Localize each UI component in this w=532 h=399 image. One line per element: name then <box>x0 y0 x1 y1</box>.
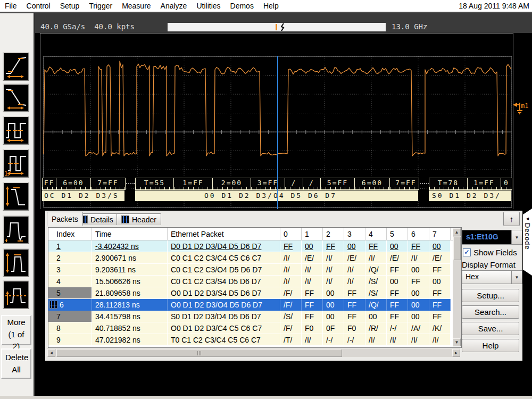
byte-cell-5[interactable]: FF <box>387 287 408 299</box>
byte-cell-4[interactable]: /S/ <box>365 287 387 299</box>
packet-cell[interactable]: O0 D1 D2 D3/S4 D5 D6 D7 <box>168 287 280 299</box>
menu-item-analyze[interactable]: Analyze <box>156 1 192 11</box>
packet-cell[interactable]: T0 C1 C2 C3/C4 C5 C6 C7 <box>168 334 280 346</box>
column-header-byte-6[interactable]: 6 <box>408 228 429 240</box>
search-button[interactable]: Search... <box>462 305 519 319</box>
byte-cell-2[interactable]: /I/ <box>323 252 344 264</box>
byte-cell-7[interactable]: FF <box>429 311 451 322</box>
column-header-byte-1[interactable]: 1 <box>302 228 323 240</box>
byte-cell-5[interactable]: 00 <box>387 276 408 287</box>
decode-source-select[interactable]: s1:Et10G ▼ <box>462 230 522 245</box>
byte-cell-2[interactable]: FF <box>323 240 344 252</box>
time-cell[interactable]: 40.718852 ns <box>92 322 168 334</box>
period-button[interactable]: 1/ <box>3 149 29 178</box>
column-header-byte-3[interactable]: 3 <box>344 228 365 240</box>
tab-packets[interactable]: Packets <box>47 212 83 226</box>
byte-cell-2[interactable]: /I/ <box>323 264 344 276</box>
column-header-index[interactable]: Index <box>48 228 92 240</box>
menu-item-help[interactable]: Help <box>259 1 284 11</box>
byte-cell-5[interactable]: FF <box>387 264 408 276</box>
byte-cell-0[interactable]: FF <box>280 240 302 252</box>
byte-cell-1[interactable]: /I/ <box>302 334 323 346</box>
byte-cell-0[interactable]: /F/ <box>280 322 302 334</box>
delete-all-button[interactable]: Delete All <box>1 348 31 379</box>
byte-cell-7[interactable]: FF <box>429 299 451 311</box>
byte-cell-5[interactable]: FF <box>387 299 408 311</box>
packet-row-5[interactable]: 521.809658 nsO0 D1 D2 D3/S4 D5 D6 D7/F/F… <box>48 287 461 299</box>
byte-cell-3[interactable]: /I/ <box>344 276 365 287</box>
packet-cell[interactable]: D0 D1 D2 D3/D4 D5 D6 D7 <box>168 240 280 252</box>
waveform-display[interactable]: FF6=007=FFOC D1 D2 D3/ST=551=FF2=003=FF/… <box>40 33 513 209</box>
byte-cell-1[interactable]: FF <box>302 287 323 299</box>
time-cell[interactable]: -3.402432 ns <box>92 240 168 252</box>
byte-cell-5[interactable]: /I/ <box>387 334 408 346</box>
byte-cell-0[interactable]: /S/ <box>280 311 302 322</box>
time-cell[interactable]: 28.112813 ns <box>92 299 168 311</box>
memory-bar[interactable] <box>168 23 386 31</box>
scroll-right-icon[interactable]: ► <box>452 349 460 357</box>
byte-cell-2[interactable]: 00 <box>323 299 344 311</box>
index-cell[interactable]: 7 <box>48 311 92 322</box>
fall-amplitude-button[interactable] <box>3 182 29 211</box>
byte-cell-7[interactable]: /K/ <box>429 322 451 334</box>
marker-m1[interactable]: m1 <box>513 101 530 117</box>
time-cell[interactable]: 15.506626 ns <box>92 276 168 287</box>
menu-item-file[interactable]: File <box>0 1 22 11</box>
menu-item-control[interactable]: Control <box>22 1 55 11</box>
byte-cell-7[interactable]: /E/ <box>429 252 451 264</box>
byte-cell-2[interactable]: 00 <box>323 311 344 322</box>
packet-cell[interactable]: C0 C1 C2 C3/O4 D5 D6 D7 <box>168 264 280 276</box>
byte-cell-2[interactable]: 00 <box>323 287 344 299</box>
chevron-down-icon[interactable]: ▼ <box>511 271 522 284</box>
byte-cell-7[interactable]: 00 <box>429 240 451 252</box>
scroll-down-icon[interactable]: ▼ <box>453 338 461 346</box>
byte-cell-0[interactable]: /I/ <box>280 276 302 287</box>
tab-header[interactable]: Header <box>117 213 161 225</box>
byte-cell-2[interactable]: 0F <box>323 322 344 334</box>
byte-cell-6[interactable]: /A/ <box>408 322 429 334</box>
byte-cell-4[interactable]: /Q/ <box>365 264 387 276</box>
menu-item-demos[interactable]: Demos <box>226 1 259 11</box>
scroll-up-icon[interactable]: ▲ <box>453 228 461 236</box>
byte-cell-1[interactable]: FF <box>302 299 323 311</box>
menu-item-setup[interactable]: Setup <box>55 1 85 11</box>
byte-cell-5[interactable]: FF <box>387 311 408 322</box>
packet-row-9[interactable]: 947.021982 nsT0 C1 C2 C3/C4 C5 C6 C7/T//… <box>48 334 461 346</box>
byte-cell-4[interactable]: /R/ <box>365 322 387 334</box>
byte-cell-4[interactable]: /S/ <box>365 276 387 287</box>
time-cell[interactable]: 9.203611 ns <box>92 264 168 276</box>
average-level-button[interactable] <box>3 280 29 309</box>
fall-time-button[interactable] <box>3 84 29 112</box>
byte-cell-3[interactable]: FF <box>344 311 365 322</box>
rise-time-button[interactable] <box>3 52 29 81</box>
time-cell[interactable]: 2.900671 ns <box>92 252 168 264</box>
byte-cell-6[interactable]: /I/ <box>408 334 429 346</box>
timebase-cursor[interactable] <box>277 56 278 209</box>
packet-cell[interactable]: S0 D1 D2 D3/D4 D5 D6 D7 <box>168 311 280 322</box>
byte-cell-0[interactable]: /F/ <box>280 299 302 311</box>
byte-cell-1[interactable]: F0 <box>302 322 323 334</box>
packet-row-2[interactable]: 22.900671 nsC0 C1 C2 C3/C4 C5 C6 C7/I//E… <box>48 252 461 264</box>
packet-cell[interactable]: O0 D1 D2 D3/C4 C5 C6 C7 <box>168 322 280 334</box>
byte-cell-4[interactable]: /Q/ <box>365 299 387 311</box>
column-header-time[interactable]: Time <box>92 228 168 240</box>
top-level-button[interactable] <box>3 248 29 277</box>
time-cell[interactable]: 34.415798 ns <box>92 311 168 322</box>
byte-cell-4[interactable]: 00 <box>365 311 387 322</box>
byte-cell-6[interactable]: 00 <box>408 287 429 299</box>
column-header-byte-0[interactable]: 0 <box>280 228 302 240</box>
index-cell[interactable]: 2 <box>48 252 92 264</box>
index-cell[interactable]: 3 <box>48 264 92 276</box>
byte-cell-3[interactable]: F0 <box>344 322 365 334</box>
packet-row-7[interactable]: 734.415798 nsS0 D1 D2 D3/D4 D5 D6 D7/S/F… <box>48 311 461 322</box>
save-button[interactable]: Save... <box>462 322 519 335</box>
column-header-byte-7[interactable]: 7 <box>429 228 451 240</box>
index-cell[interactable]: 1 <box>48 240 92 252</box>
byte-cell-0[interactable]: /I/ <box>280 264 302 276</box>
packet-table[interactable]: IndexTimeEthernet Packet01234567 1-3.402… <box>48 227 462 348</box>
setup-button[interactable]: Setup... <box>462 289 519 302</box>
pulse-width-button[interactable] <box>3 116 29 145</box>
byte-cell-1[interactable]: /E/ <box>302 252 323 264</box>
packet-row-4[interactable]: 415.506626 nsC0 C1 C2 C3/S4 D5 D6 D7/I//… <box>48 276 461 287</box>
more-button[interactable]: More (1 of 2) <box>1 315 31 345</box>
